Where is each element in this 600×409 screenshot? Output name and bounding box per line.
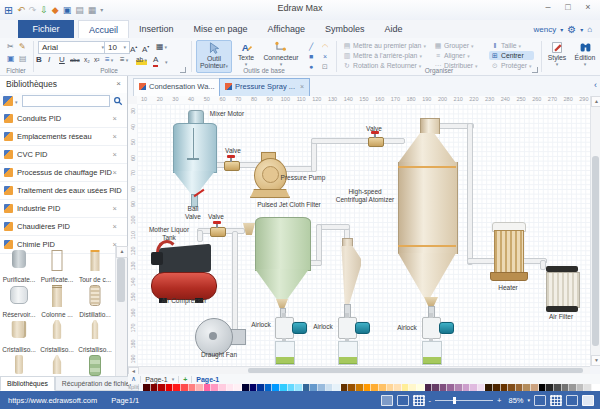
color-swatch[interactable] (546, 384, 554, 391)
split-handle[interactable]: split (128, 384, 139, 390)
heater[interactable] (494, 230, 524, 274)
grow-font-icon[interactable]: A▴ (130, 42, 137, 55)
doc-tab-condensation[interactable]: Condensation Wa...× (133, 78, 230, 97)
doc-tab-pressure-spray[interactable]: Pressure Spray ...× (219, 78, 310, 97)
color-swatch[interactable] (447, 384, 455, 391)
zoom-in-button[interactable]: + (497, 396, 501, 405)
strikethrough-icon[interactable]: abc (70, 55, 80, 65)
label-mother-liquor-tank[interactable]: Mother Liquor Tank (145, 226, 193, 242)
label-valve-3[interactable]: Valve (361, 125, 387, 133)
library-item-cvc-pid[interactable]: CVC PID× (0, 146, 127, 164)
pipe[interactable] (197, 230, 203, 242)
label-atomizer[interactable]: High-speed Centrifugal Atomizer (332, 188, 398, 204)
collapse-pages-icon[interactable]: ∧ (131, 375, 136, 383)
color-swatch[interactable] (577, 384, 585, 391)
organiser-dialog-launcher-icon[interactable] (532, 67, 538, 73)
library-panel-close-icon[interactable]: × (116, 79, 121, 88)
shape-distillation[interactable]: Distillatio... (76, 283, 114, 318)
color-swatch[interactable] (303, 384, 311, 391)
color-swatch[interactable] (394, 384, 402, 391)
atomizer-tower[interactable] (398, 162, 458, 254)
zoom-slider[interactable] (435, 400, 493, 401)
account-dropdown-icon[interactable]: ▾ (560, 26, 563, 33)
color-swatch[interactable] (341, 384, 349, 391)
color-swatch[interactable] (501, 384, 509, 391)
color-swatch[interactable] (371, 384, 379, 391)
airlock-motor-1[interactable] (292, 322, 307, 334)
airlock-motor-3[interactable] (439, 322, 454, 334)
valve-1[interactable] (224, 161, 240, 171)
shape-colonne-1[interactable]: Colonne ... (38, 283, 76, 318)
label-valve-1[interactable]: Valve (221, 147, 245, 155)
page-selector-dropdown-icon[interactable]: ▾ (172, 376, 175, 382)
library-filter-icon[interactable] (3, 96, 13, 106)
shape-cristallisoir-1[interactable]: Cristalliso... (0, 318, 38, 353)
font-size-select[interactable]: 10▾ (104, 41, 130, 54)
color-swatch[interactable] (508, 384, 516, 391)
atomizer-cone[interactable] (398, 253, 456, 297)
zoom-out-button[interactable]: - (429, 396, 432, 405)
tab-insertion[interactable]: Insertion (129, 20, 184, 38)
color-swatch[interactable] (478, 384, 486, 391)
pipe[interactable] (467, 258, 497, 264)
label-pressure-pump[interactable]: Pressure Pump (278, 174, 328, 182)
hopper-2[interactable] (338, 341, 358, 365)
color-swatch[interactable] (333, 384, 341, 391)
page-grid-icon[interactable] (550, 395, 562, 406)
font-color-dropdown-icon[interactable]: ▾ (164, 57, 168, 67)
tab-mise-en-page[interactable]: Mise en page (184, 20, 258, 38)
rectangle-shape-icon[interactable]: ■ (305, 52, 317, 62)
scroll-down-icon[interactable]: ▼ (591, 355, 600, 366)
library-item-conduits-pid[interactable]: Conduits PID× (0, 110, 127, 128)
library-search-input[interactable] (22, 95, 110, 107)
line-spacing-icon[interactable]: ≡▾ (105, 55, 113, 65)
color-swatch[interactable] (440, 384, 448, 391)
cyclone[interactable] (333, 246, 361, 304)
shape-reservoir[interactable]: Réservoir... (0, 283, 38, 318)
shape-tour[interactable]: Tour de c... (76, 248, 114, 283)
color-swatch[interactable] (204, 384, 212, 391)
page-selector[interactable]: Page-1 (145, 376, 168, 383)
edition-button[interactable]: Édition ▾ (572, 40, 598, 71)
group-button[interactable]: ▦Grouper▾ (432, 41, 480, 50)
pipe[interactable] (311, 138, 405, 144)
color-swatch[interactable] (539, 384, 547, 391)
tab-symboles[interactable]: Symboles (315, 20, 375, 38)
color-swatch[interactable] (326, 384, 334, 391)
color-swatch[interactable] (181, 384, 189, 391)
magnifier-icon[interactable] (566, 395, 578, 406)
color-swatch[interactable] (295, 384, 303, 391)
pipe[interactable] (467, 123, 473, 265)
label-airlock-2[interactable]: Airlock (309, 323, 337, 331)
font-color-icon[interactable]: A (153, 55, 158, 67)
atomizer-shoulder[interactable] (398, 133, 456, 163)
close-icon[interactable]: × (113, 114, 117, 123)
size-button[interactable]: ‖Taille▾ (489, 41, 534, 50)
scrollbar-thumb[interactable] (248, 368, 583, 373)
zoom-slider-knob[interactable] (453, 397, 456, 404)
font-name-select[interactable]: Arial▾ (38, 41, 108, 54)
label-draught-fan[interactable]: Draught Fan (193, 351, 245, 359)
color-swatch[interactable] (463, 384, 471, 391)
tab-fichier[interactable]: Fichier (18, 20, 74, 38)
label-valve-2[interactable]: Valve (203, 213, 229, 221)
library-item-industrie-pid[interactable]: Industrie PID× (0, 200, 127, 218)
color-swatch[interactable] (173, 384, 181, 391)
normal-view-icon[interactable] (381, 395, 393, 406)
color-swatch[interactable] (470, 384, 478, 391)
shape-cristallisoir-2[interactable]: Cristalliso... (38, 318, 76, 353)
styles-button[interactable]: Styles ▾ (544, 40, 570, 71)
valve-2[interactable] (210, 227, 226, 237)
zoom-level[interactable]: 85% (505, 396, 523, 405)
shape-purificateur-1[interactable]: Purificate... (0, 248, 38, 283)
color-swatch[interactable] (280, 384, 288, 391)
color-swatch[interactable] (402, 384, 410, 391)
minimize-button[interactable]: – (538, 0, 558, 16)
tab-aide[interactable]: Aide (374, 20, 412, 38)
close-icon[interactable]: × (113, 132, 117, 141)
page-tab-page1[interactable]: Page-1 (196, 376, 219, 383)
table-icon[interactable]: ▦▾ (156, 42, 167, 52)
color-swatch[interactable] (288, 384, 296, 391)
hopper-3[interactable] (422, 341, 442, 365)
label-air-filter[interactable]: Air Filter (539, 313, 583, 321)
